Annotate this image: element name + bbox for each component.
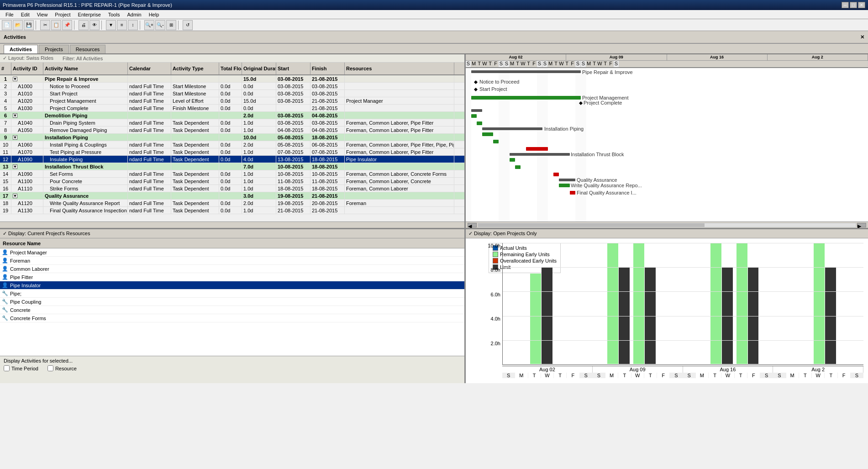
table-row[interactable]: 7 A1040 Drain Piping System ndard Full T… <box>0 119 464 126</box>
table-row[interactable]: 12 A1090 Insulate Piping ndard Full Time… <box>0 156 464 163</box>
menu-file[interactable]: File <box>2 11 17 18</box>
resource-item[interactable]: 👤 Pipe Insulator <box>0 281 464 290</box>
column-headers: # Activity ID Activity Name Calendar Act… <box>0 63 464 75</box>
toolbar-sort[interactable]: ↕ <box>128 20 138 30</box>
toolbar-print[interactable]: 🖨 <box>79 20 89 30</box>
panel-close-btn[interactable]: ✕ <box>860 34 864 40</box>
table-row[interactable]: 17 ▼ Quality Assurance 3.0d 19-08-2015 2… <box>0 192 464 200</box>
tab-activities[interactable]: Activities <box>4 45 38 53</box>
cell-name: Drain Piping System <box>43 119 128 126</box>
svg-text:Start Project: Start Project <box>479 86 507 92</box>
toolbar-group[interactable]: ≡ <box>117 20 127 30</box>
scroll-thumb[interactable] <box>478 223 705 227</box>
resource-item[interactable]: 🔧 Pipe; <box>0 290 464 298</box>
scroll-left-btn[interactable]: ◀ <box>468 223 477 227</box>
resource-item[interactable]: 👤 Common Laborer <box>0 265 464 273</box>
cell-finish: 03-08-2015 <box>310 90 345 97</box>
resource-checkbox[interactable] <box>47 365 53 371</box>
menu-help[interactable]: Help <box>145 11 163 18</box>
resource-item[interactable]: 🔧 Concrete <box>0 306 464 314</box>
hist-week <box>580 243 605 364</box>
table-row[interactable]: 9 ▼ Installation Piping 10.0d 05-08-2015… <box>0 134 464 141</box>
table-row[interactable]: 10 A1060 Install Piping & Couplings ndar… <box>0 141 464 148</box>
table-row[interactable]: 14 A1090 Set Forms ndard Full Time Task … <box>0 170 464 178</box>
table-row[interactable]: 19 A1130 Final Quality Assurance Inspect… <box>0 207 464 214</box>
menu-project[interactable]: Project <box>51 11 74 18</box>
expand-btn[interactable]: ▼ <box>13 164 17 169</box>
scroll-right-btn[interactable]: ▶ <box>857 223 866 227</box>
horizontal-scrollbar[interactable] <box>0 221 464 228</box>
cell-id: ▼ <box>11 112 43 119</box>
scroll-track[interactable] <box>478 223 856 227</box>
cell-tf: 0.0d <box>219 90 242 97</box>
toolbar-zoom-in[interactable]: 🔍+ <box>144 20 154 30</box>
tab-projects[interactable]: Projects <box>39 45 69 53</box>
time-period-checkbox[interactable] <box>4 365 10 371</box>
col-header-finish[interactable]: Finish <box>310 63 345 74</box>
table-row[interactable]: 6 ▼ Demolition Piping 2.0d 03-08-2015 04… <box>0 112 464 119</box>
histogram-panel: ✓ Display: Open Projects Only Actual Uni… <box>466 229 868 383</box>
toolbar-new[interactable]: 📄 <box>2 20 12 30</box>
table-row[interactable]: 11 A1070 Test Piping at Pressure ndard F… <box>0 148 464 156</box>
svg-text:Notice to Proceed: Notice to Proceed <box>479 79 519 84</box>
table-row[interactable]: 1 ▼ Pipe Repair & Improve 15.0d 03-08-20… <box>0 75 464 83</box>
col-header-type[interactable]: Activity Type <box>171 63 219 74</box>
col-header-name[interactable]: Activity Name <box>43 63 128 74</box>
expand-btn[interactable]: ▼ <box>13 135 17 140</box>
table-row[interactable]: 8 A1050 Remove Damaged Piping ndard Full… <box>0 126 464 134</box>
resource-checkbox-area[interactable]: Resource <box>47 365 77 371</box>
toolbar-open[interactable]: 📂 <box>13 20 23 30</box>
cell-res <box>345 134 454 141</box>
table-row[interactable]: 16 A1110 Strike Forms ndard Full Time Ta… <box>0 185 464 192</box>
table-row[interactable]: 18 A1120 Write Quality Assurance Report … <box>0 200 464 207</box>
toolbar-cut[interactable]: ✂ <box>40 20 50 30</box>
resource-item[interactable]: 👤 Project Manager <box>0 248 464 257</box>
table-row[interactable]: 13 ▼ Installation Thrust Block 7.0d 10-0… <box>0 163 464 170</box>
table-row[interactable]: 5 A1030 Project Complete ndard Full Time… <box>0 105 464 112</box>
toolbar-refresh[interactable]: ↺ <box>183 20 193 30</box>
cell-name: Install Piping & Couplings <box>43 141 128 148</box>
table-row[interactable]: 2 A1000 Notice to Proceed ndard Full Tim… <box>0 83 464 90</box>
col-header-tf[interactable]: Total Float <box>219 63 242 74</box>
toolbar-filter[interactable]: ▼ <box>106 20 116 30</box>
tab-resources[interactable]: Resources <box>70 45 106 53</box>
chart-horizontal-scrollbar[interactable]: ◀ ▶ <box>466 221 868 228</box>
col-header-cal[interactable]: Calendar <box>128 63 171 74</box>
col-header-id[interactable]: Activity ID <box>11 63 43 74</box>
minimize-button[interactable]: ─ <box>842 2 849 8</box>
resource-item[interactable]: 👤 Foreman <box>0 257 464 265</box>
cell-cal: ndard Full Time <box>128 200 171 206</box>
table-row[interactable]: 3 A1010 Start Project ndard Full Time St… <box>0 90 464 97</box>
close-button[interactable]: ✕ <box>858 2 865 8</box>
resource-item[interactable]: 👤 Pipe Fitter <box>0 273 464 281</box>
time-period-checkbox-area[interactable]: Time Period <box>4 365 38 371</box>
menu-edit[interactable]: Edit <box>17 11 33 18</box>
toolbar-save[interactable]: 💾 <box>24 20 34 30</box>
cell-tf: 0.0d <box>219 126 242 133</box>
table-row[interactable]: 15 A1100 Pour Concrete ndard Full Time T… <box>0 178 464 185</box>
resource-item[interactable]: 🔧 Pipe Coupling <box>0 298 464 306</box>
table-row[interactable]: 4 A1020 Project Management ndard Full Ti… <box>0 97 464 105</box>
menu-view[interactable]: View <box>33 11 52 18</box>
expand-btn[interactable]: ▼ <box>13 113 17 118</box>
maximize-button[interactable]: □ <box>850 2 857 8</box>
cell-finish: 18-08-2015 <box>310 134 345 141</box>
expand-btn[interactable]: ▼ <box>13 77 17 81</box>
col-header-start[interactable]: Start <box>276 63 310 74</box>
resource-item[interactable]: 🔧 Concrete Forms <box>0 314 464 322</box>
toolbar-zoom-out[interactable]: 🔍- <box>155 20 165 30</box>
toolbar-paste[interactable]: 📌 <box>62 20 72 30</box>
cell-start <box>276 105 310 111</box>
toolbar-preview[interactable]: 👁 <box>89 20 100 30</box>
toolbar-copy[interactable]: 📋 <box>51 20 61 30</box>
cell-start: 21-08-2015 <box>276 207 310 214</box>
expand-btn[interactable]: ▼ <box>13 194 17 198</box>
resource-panel-header: ✓ Display: Current Project's Resources <box>0 229 464 238</box>
col-header-od[interactable]: Original Duration <box>242 63 276 74</box>
toolbar-zoom-fit[interactable]: ⊞ <box>166 20 176 30</box>
menu-admin[interactable]: Admin <box>123 11 145 18</box>
menu-tools[interactable]: Tools <box>105 11 124 18</box>
menu-enterprise[interactable]: Enterprise <box>74 11 105 18</box>
cell-od: 1.0d <box>242 119 276 126</box>
col-header-res[interactable]: Resources <box>345 63 454 74</box>
